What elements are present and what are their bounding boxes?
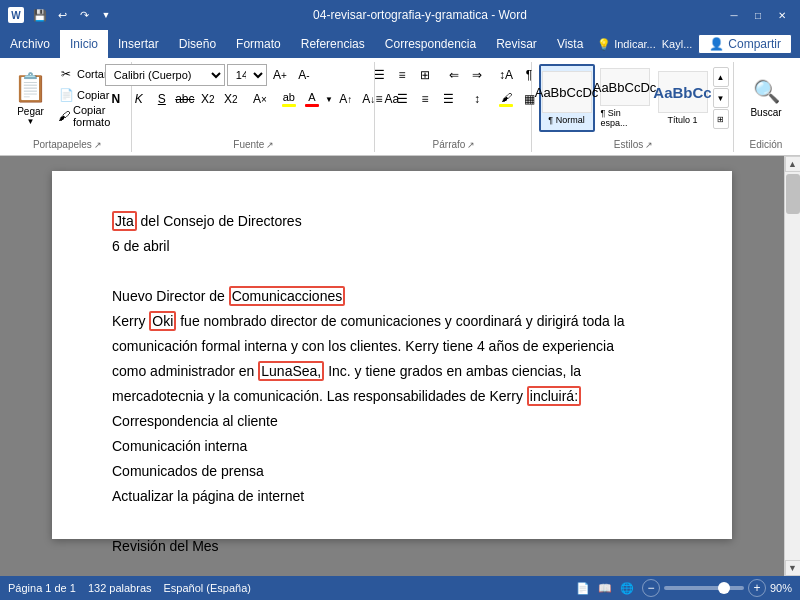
underline-button[interactable]: S xyxy=(151,88,173,110)
undo-button[interactable]: ↩ xyxy=(52,5,72,25)
paragraph-heading-revision: Revisión del Mes xyxy=(112,536,672,554)
web-layout-icon[interactable]: 🌐 xyxy=(620,582,634,595)
clipboard-expander[interactable]: ↗ xyxy=(94,140,102,150)
paragraph-7: mercadotecnia y la comunicación. Las res… xyxy=(112,386,672,407)
cut-icon: ✂ xyxy=(58,67,74,81)
spell-error-comunicacciones: Comunicacciones xyxy=(229,286,346,306)
styles-scroll-up[interactable]: ▲ xyxy=(713,67,729,87)
share-icon: 👤 xyxy=(709,37,724,51)
paragraph-1: Jta del Consejo de Directores xyxy=(112,211,672,232)
bullets-button[interactable]: ☰ xyxy=(368,64,390,86)
app-window: W 💾 ↩ ↷ ▼ 04-revisar-ortografia-y-gramat… xyxy=(0,0,800,600)
increase-indent-button[interactable]: ⇒ xyxy=(466,64,488,86)
font-color-dropdown[interactable]: ▼ xyxy=(324,88,334,110)
find-button[interactable]: 🔍 Buscar xyxy=(741,64,791,132)
document-page[interactable]: Jta del Consejo de Directores 6 de abril… xyxy=(52,171,732,539)
superscript-button[interactable]: X2 xyxy=(220,88,242,110)
scroll-thumb[interactable] xyxy=(786,174,800,214)
quick-access-toolbar: 💾 ↩ ↷ ▼ xyxy=(30,5,116,25)
menu-formato[interactable]: Formato xyxy=(226,30,291,58)
shading-button[interactable]: 🖌 xyxy=(495,88,517,110)
align-center-button[interactable]: ☰ xyxy=(391,88,413,110)
menu-insertar[interactable]: Insertar xyxy=(108,30,169,58)
decrease-indent-button[interactable]: ⇐ xyxy=(443,64,465,86)
paragraph-label: Párrafo ↗ xyxy=(383,137,525,150)
italic-button[interactable]: K xyxy=(128,88,150,110)
menu-correspondencia[interactable]: Correspondencia xyxy=(375,30,486,58)
shading-bar xyxy=(499,104,513,107)
close-button[interactable]: ✕ xyxy=(772,5,792,25)
print-layout-icon[interactable]: 📄 xyxy=(576,582,590,595)
font-row2: N K S abc X2 X2 A× ab xyxy=(105,88,403,110)
styles-scroll-down[interactable]: ▼ xyxy=(713,88,729,108)
language: Español (España) xyxy=(164,582,251,594)
subscript-button[interactable]: X2 xyxy=(197,88,219,110)
increase-font-button[interactable]: A+ xyxy=(269,64,291,86)
font-color-button[interactable]: A xyxy=(301,88,323,110)
quick-access-more[interactable]: ▼ xyxy=(96,5,116,25)
menu-referencias[interactable]: Referencias xyxy=(291,30,375,58)
para-inner: ☰ ≡ ⊞ ⇐ ⇒ ↕A ¶ ≡ ☰ ≡ ☰ xyxy=(368,64,540,112)
paragraph-expander[interactable]: ↗ xyxy=(467,140,475,150)
bold-button[interactable]: N xyxy=(105,88,127,110)
menu-revisar[interactable]: Revisar xyxy=(486,30,547,58)
font-family-select[interactable]: Calibri (Cuerpo) xyxy=(105,64,225,86)
minimize-button[interactable]: ─ xyxy=(724,5,744,25)
window-title: 04-revisar-ortografia-y-gramatica - Word xyxy=(116,8,724,22)
styles-container: AaBbCcDc ¶ Normal AaBbCcDc ¶ Sin espa... xyxy=(539,64,729,132)
style-nospacing-button[interactable]: AaBbCcDc ¶ Sin espa... xyxy=(597,64,653,132)
style-normal-button[interactable]: AaBbCcDc ¶ Normal xyxy=(539,64,595,132)
shading-icon: 🖌 xyxy=(501,91,512,103)
font-size-select[interactable]: 14 xyxy=(227,64,267,86)
save-button[interactable]: 💾 xyxy=(30,5,50,25)
multilevel-list-button[interactable]: ⊞ xyxy=(414,64,436,86)
increase-font2-button[interactable]: A↑ xyxy=(335,88,357,110)
font-expander[interactable]: ↗ xyxy=(266,140,274,150)
text-highlight-button[interactable]: ab xyxy=(278,88,300,110)
zoom-out-button[interactable]: − xyxy=(642,579,660,597)
line-spacing-button[interactable]: ↕ xyxy=(466,88,488,110)
styles-expander[interactable]: ↗ xyxy=(645,140,653,150)
sort-button[interactable]: ↕A xyxy=(495,64,517,86)
scroll-down-button[interactable]: ▼ xyxy=(785,560,801,576)
document-area-wrapper: Jta del Consejo de Directores 6 de abril… xyxy=(0,156,800,576)
find-icon: 🔍 xyxy=(753,79,780,105)
paste-dropdown-arrow[interactable]: ▼ xyxy=(27,117,35,126)
font-color-bar xyxy=(305,104,319,107)
scroll-up-button[interactable]: ▲ xyxy=(785,156,801,172)
read-mode-icon[interactable]: 📖 xyxy=(598,582,612,595)
document-area: Jta del Consejo de Directores 6 de abril… xyxy=(0,156,784,554)
strikethrough-button[interactable]: abc xyxy=(174,88,196,110)
zoom-slider[interactable] xyxy=(664,586,744,590)
status-left: Página 1 de 1 132 palabras Español (Espa… xyxy=(8,582,251,594)
zoom-in-button[interactable]: + xyxy=(748,579,766,597)
align-left-button[interactable]: ≡ xyxy=(368,88,390,110)
paste-button[interactable]: 📋 Pegar ▼ xyxy=(10,64,51,132)
user-profile[interactable]: Kayl... xyxy=(662,38,693,50)
font-inner: Calibri (Cuerpo) 14 A+ A- N K S abc X2 xyxy=(105,64,403,110)
share-button[interactable]: 👤 Compartir xyxy=(698,34,792,54)
menu-archivo[interactable]: Archivo xyxy=(0,30,60,58)
paragraph-4: Kerry Oki fue nombrado director de comun… xyxy=(112,311,672,332)
redo-button[interactable]: ↷ xyxy=(74,5,94,25)
maximize-button[interactable]: □ xyxy=(748,5,768,25)
menu-inicio[interactable]: Inicio xyxy=(60,30,108,58)
menu-diseno[interactable]: Diseño xyxy=(169,30,226,58)
align-right-button[interactable]: ≡ xyxy=(414,88,436,110)
indicate-button[interactable]: 💡 Indicar... xyxy=(597,38,656,51)
numbered-list-button[interactable]: ≡ xyxy=(391,64,413,86)
justify-button[interactable]: ☰ xyxy=(437,88,459,110)
zoom-percent: 90% xyxy=(770,582,792,594)
style-heading1-button[interactable]: AaBbCc Título 1 xyxy=(655,64,711,132)
menu-vista[interactable]: Vista xyxy=(547,30,593,58)
style-heading1-preview: AaBbCc xyxy=(658,71,708,113)
styles-more[interactable]: ⊞ xyxy=(713,109,729,129)
lightbulb-icon: 💡 xyxy=(597,38,611,51)
style-nospacing-preview: AaBbCcDc xyxy=(600,68,650,106)
paragraph-list-2: Comunicación interna xyxy=(112,436,672,457)
font-row1: Calibri (Cuerpo) 14 A+ A- xyxy=(105,64,403,86)
decrease-font-button[interactable]: A- xyxy=(293,64,315,86)
clipboard-label: Portapapeles ↗ xyxy=(10,137,125,150)
clear-format-button[interactable]: A× xyxy=(249,88,271,110)
paragraph-blank-2 xyxy=(112,511,672,532)
